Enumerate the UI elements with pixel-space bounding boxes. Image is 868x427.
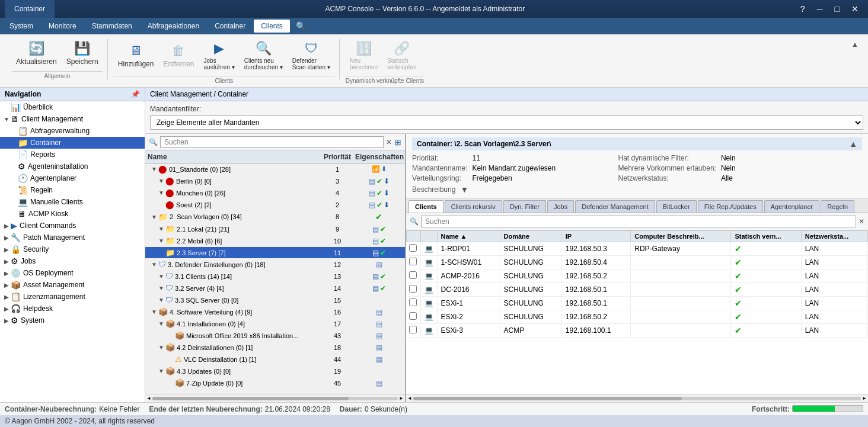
table-search-input[interactable] bbox=[421, 216, 856, 227]
table-row[interactable]: 💻 1-RDP01 SCHULUNG 192.168.50.3 RDP-Gate… bbox=[407, 242, 868, 256]
col-static-th[interactable]: Statisch vern... bbox=[731, 231, 801, 242]
row-checkbox[interactable] bbox=[407, 283, 421, 297]
sidebar-item-client-management[interactable]: ▼ 🖥 Client Management bbox=[0, 113, 145, 125]
menu-clients[interactable]: Clients bbox=[254, 20, 290, 33]
tree-row-selected[interactable]: 📁 2.3 Server (7) [7] 11 ▤ ✔ bbox=[145, 247, 405, 259]
tree-row[interactable]: ⚠ VLC Deinstallation (1) [1] 44 ▤ bbox=[145, 354, 405, 365]
table-row[interactable]: 💻 ESXi-2 SCHULUNG 192.168.50.2 ✔ LAN bbox=[407, 310, 868, 324]
beschreibung-expand-icon[interactable]: ▼ bbox=[460, 185, 468, 194]
col-domain-th[interactable]: Domäne bbox=[500, 231, 561, 242]
tab-defender-management[interactable]: Defender Management bbox=[575, 200, 655, 213]
sidebar-item-system[interactable]: ▶ ⚙ System bbox=[0, 314, 145, 326]
tree-add-icon[interactable]: ⊞ bbox=[394, 137, 401, 147]
sidebar-item-patch-management[interactable]: ▶ 🔧 Patch Management bbox=[0, 232, 145, 243]
tab-bitlocker[interactable]: BitLocker bbox=[656, 200, 697, 213]
table-row[interactable]: 💻 ESXi-3 ACMP 192.168.100.1 ✔ LAN bbox=[407, 324, 868, 338]
row-checkbox[interactable] bbox=[407, 310, 421, 324]
speichern-button[interactable]: 💾 Speichern bbox=[62, 39, 103, 68]
row-checkbox[interactable] bbox=[407, 324, 421, 338]
sidebar-item-security[interactable]: ▶ 🔒 Security bbox=[0, 243, 145, 255]
sidebar-item-agenteninstallation[interactable]: ⚙ Agenteninstallation bbox=[0, 160, 145, 172]
jobs-ausfuehren-button[interactable]: ▶ Jobsausführen ▾ bbox=[200, 39, 239, 72]
clients-neu-button[interactable]: 🔍 Clients neudurchsuchen ▾ bbox=[240, 39, 287, 72]
neu-berechnen-button[interactable]: 🔢 Neuberechnen bbox=[346, 39, 382, 72]
table-search-clear-icon[interactable]: ✕ bbox=[859, 217, 864, 226]
tab-file-rep[interactable]: File Rep./Updates bbox=[698, 200, 763, 213]
sidebar-item-agentenplaner[interactable]: 🕐 Agentenplaner bbox=[0, 172, 145, 184]
scroll-right-icon[interactable]: ► bbox=[862, 396, 867, 401]
table-row[interactable]: 💻 DC-2016 SCHULUNG 192.168.50.1 ✔ LAN bbox=[407, 283, 868, 297]
entfernen-button[interactable]: 🗑 Entfernen bbox=[159, 39, 198, 72]
tree-row[interactable]: ▼ 📦 4.1 Installationen (0) [4] 17 ▤ bbox=[145, 318, 405, 330]
tree-row[interactable]: 📦 7-Zip Update (0) [0] 45 ▤ bbox=[145, 377, 405, 389]
title-tab-container[interactable]: Container bbox=[5, 0, 55, 18]
tree-row[interactable]: ▼ 📁 2. Scan Vorlagen (0) [34] 8 ✔ bbox=[145, 211, 405, 223]
scroll-left-icon[interactable]: ◄ bbox=[146, 396, 151, 401]
tab-agentenplaner[interactable]: Agentenplaner bbox=[764, 200, 820, 213]
row-checkbox[interactable] bbox=[407, 256, 421, 269]
search-menu-icon[interactable]: 🔍 bbox=[291, 19, 311, 33]
tree-row[interactable]: ▼ 📦 4.3 Updates (0) [0] 19 bbox=[145, 365, 405, 377]
maximize-button[interactable]: □ bbox=[830, 3, 844, 15]
table-h-scrollbar[interactable]: ◄ ► bbox=[406, 394, 868, 402]
tree-row[interactable]: ▼ 📦 4. Software Verteilung (4) [9] 16 ▤ bbox=[145, 306, 405, 318]
sidebar-item-manuelle-clients[interactable]: 💻 Manuelle Clients bbox=[0, 196, 145, 208]
mandanten-filter-select[interactable]: Zeige Elemente aller Mandanten bbox=[150, 115, 863, 130]
sidebar-item-regeln[interactable]: 📜 Regeln bbox=[0, 184, 145, 196]
table-row[interactable]: 💻 ESXi-1 SCHULUNG 192.168.50.1 ✔ LAN bbox=[407, 297, 868, 310]
sidebar-item-abfrageverwaltung[interactable]: 📋 Abfrageverwaltung bbox=[0, 125, 145, 137]
col-name-th[interactable]: Name ▲ bbox=[437, 231, 500, 242]
col-net-th[interactable]: Netzwerksta... bbox=[801, 231, 867, 242]
hinzufuegen-button[interactable]: 🖥 Hinzufügen bbox=[114, 39, 158, 72]
tree-row[interactable]: ▼ 🛡 3.1 Clients (14) [14] 13 ▤ ✔ bbox=[145, 271, 405, 282]
sidebar-item-os-deployment[interactable]: ▶ 💿 OS Deployment bbox=[0, 267, 145, 279]
tab-jobs[interactable]: Jobs bbox=[547, 200, 574, 213]
statisch-button[interactable]: 🔗 Statischverknüpfen bbox=[383, 39, 420, 72]
sidebar-item-container[interactable]: 📁 Container bbox=[0, 137, 145, 149]
expand-info-button[interactable]: ▲ bbox=[849, 139, 857, 149]
row-checkbox[interactable] bbox=[407, 242, 421, 256]
tab-dyn-filter[interactable]: Dyn. Filter bbox=[503, 200, 546, 213]
tree-row[interactable]: 📦 Microsoft Office 2019 x86 Installation… bbox=[145, 330, 405, 342]
minimize-button[interactable]: ─ bbox=[812, 3, 828, 15]
menu-stammdaten[interactable]: Stammdaten bbox=[85, 20, 139, 33]
tree-row[interactable]: ▼ 📁 2.1 Lokal (21) [21] 9 ▤ ✔ bbox=[145, 223, 405, 235]
sidebar-item-acmp-kiosk[interactable]: 🖥 ACMP Kiosk bbox=[0, 208, 145, 220]
col-desc-th[interactable]: Computer Beschreib... bbox=[631, 231, 731, 242]
help-button[interactable]: ? bbox=[796, 3, 810, 15]
close-button[interactable]: ✕ bbox=[847, 3, 863, 15]
tree-row[interactable]: ▼ 🛡 3. Defender Einstellungen (0) [18] 1… bbox=[145, 259, 405, 271]
sidebar-item-jobs[interactable]: ▶ ⚙ Jobs bbox=[0, 255, 145, 267]
defender-scan-button[interactable]: 🛡 DefenderScan starten ▾ bbox=[288, 39, 334, 72]
sidebar-item-reports[interactable]: 📄 Reports bbox=[0, 149, 145, 160]
sidebar-item-client-commands[interactable]: ▶ ▶ Client Commands bbox=[0, 220, 145, 232]
sidebar-item-asset-management[interactable]: ▶ 📦 Asset Management bbox=[0, 279, 145, 291]
tree-row[interactable]: ▼ 📁 2.2 Mobil (6) [6] 10 ▤ ✔ bbox=[145, 235, 405, 247]
menu-system[interactable]: System bbox=[2, 20, 40, 33]
tree-h-scrollbar[interactable]: ◄ ► bbox=[145, 394, 405, 402]
sidebar-item-lizenzmanagement[interactable]: ▶ 📋 Lizenzmanagement bbox=[0, 291, 145, 303]
toolbar-collapse-button[interactable]: ▲ bbox=[851, 39, 859, 49]
scroll-left-icon[interactable]: ◄ bbox=[407, 396, 412, 401]
tree-row[interactable]: ▼ 🛡 3.3 SQL Server (0) [0] 15 bbox=[145, 294, 405, 306]
tree-search-clear-icon[interactable]: ✕ bbox=[386, 138, 392, 146]
sidebar-item-ueberblick[interactable]: 📊 Überblick bbox=[0, 101, 145, 113]
col-ip-th[interactable]: IP bbox=[561, 231, 630, 242]
tab-regeln[interactable]: Regeln bbox=[821, 200, 854, 213]
aktualisieren-button[interactable]: 🔄 Aktualisieren bbox=[12, 39, 61, 68]
tree-row[interactable]: ▼ 🛡 3.2 Server (4) [4] 14 ▤ ✔ bbox=[145, 282, 405, 294]
tab-clients-rekursiv[interactable]: Clients rekursiv bbox=[445, 200, 502, 213]
table-row[interactable]: 💻 ACMP-2016 SCHULUNG 192.168.50.2 ✔ LAN bbox=[407, 269, 868, 283]
menu-container[interactable]: Container bbox=[208, 20, 253, 33]
scroll-right-icon[interactable]: ► bbox=[399, 396, 404, 401]
tree-row[interactable]: ▼ ⬤ Berlin (0) [0] 3 ▤ ✔ ⬇ bbox=[145, 175, 405, 187]
tree-row[interactable]: ▼ ⬤ 01_Standorte (0) [28] 1 📶 ⬇ bbox=[145, 163, 405, 175]
tree-search-input[interactable] bbox=[160, 136, 384, 148]
menu-abfrageaktionen[interactable]: Abfrageaktionen bbox=[141, 20, 206, 33]
sidebar-item-helpdesk[interactable]: ▶ 🎧 Helpdesk bbox=[0, 303, 145, 314]
tab-clients[interactable]: Clients bbox=[409, 200, 443, 213]
menu-monitore[interactable]: Monitore bbox=[42, 20, 84, 33]
tree-row[interactable]: ⬤ Soest (2) [2] 2 ▤ ✔ ⬇ bbox=[145, 199, 405, 211]
row-checkbox[interactable] bbox=[407, 269, 421, 283]
tree-row[interactable]: ▼ 📦 4.2 Deinstallationen (0) [1] 18 ▤ bbox=[145, 342, 405, 354]
